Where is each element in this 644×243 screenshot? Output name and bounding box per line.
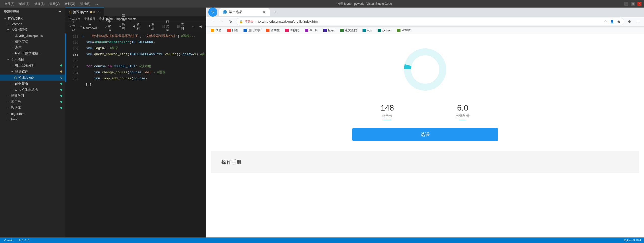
sidebar-item-database[interactable]: › 数据库 bbox=[0, 105, 65, 111]
sidebar-item-vscode[interactable]: › .vscode bbox=[0, 21, 65, 27]
sidebar-item-libraries[interactable]: › 库用法 bbox=[0, 99, 65, 105]
code-line-180[interactable]: xmu.login() #登录 bbox=[86, 46, 206, 51]
code-line-185[interactable]: xmu.loop_add_course(course) bbox=[86, 76, 206, 81]
run-ctrl-prev[interactable]: ◀ bbox=[197, 23, 204, 29]
status-errors[interactable]: ⊘ 0 ⚠ 0 bbox=[17, 237, 30, 243]
pywork-section: ▼ PYWORK › .vscode ▼ 大数据建模 › .ipynb_chec… bbox=[0, 16, 65, 122]
code-line-183[interactable]: for course in COURSE_LIST: #演示用 bbox=[86, 64, 206, 69]
sidebar-item-qiangke-ipynb[interactable]: ⬡ 抢课.ipynb U bbox=[0, 75, 65, 81]
bookmark-star-icon[interactable]: ☆ bbox=[603, 19, 608, 24]
sidebar-item-qiangke-software[interactable]: ▼ 抢课软件 bbox=[0, 68, 65, 75]
bookmark-xmu[interactable]: 厦门大学 bbox=[241, 27, 263, 33]
bookmark-latex[interactable]: latex bbox=[321, 28, 337, 33]
breadcrumb-qiangke-software[interactable]: 抢课软件 bbox=[84, 17, 96, 21]
maximize-button[interactable]: □ bbox=[631, 2, 635, 6]
outline-icon: ☰ bbox=[177, 25, 180, 28]
menu-more[interactable]: ... bbox=[93, 1, 100, 7]
code-line-182[interactable] bbox=[86, 58, 206, 63]
browser-back-button[interactable]: ← bbox=[209, 18, 216, 25]
chevron-right-icon: › bbox=[10, 63, 14, 67]
menu-view[interactable]: 查看(V) bbox=[48, 1, 62, 7]
bookmark-qimiaode[interactable]: 奇妙的 bbox=[283, 27, 302, 33]
browser-tab-student[interactable]: 学生选课 ✕ bbox=[219, 8, 270, 16]
bookmark-sotux[interactable]: 搜图 bbox=[208, 27, 224, 33]
status-branch[interactable]: ⎇ main bbox=[2, 237, 14, 243]
sidebar-item-basic[interactable]: › 基础学习 bbox=[0, 93, 65, 99]
profile-icon[interactable]: 👤 bbox=[610, 19, 615, 24]
cell-run-button[interactable]: ▷ bbox=[80, 34, 85, 39]
browser-controls: ← → ↻ 🔒 不安全 | ☆ 👤 🔌 ⚙ ⋮ bbox=[206, 17, 644, 27]
menu-file[interactable]: 文件(F) bbox=[3, 1, 16, 7]
code-area[interactable]: 178 ▷ '统计学与数据科学业界系列讲座', '文献检索管理与分析'] #课程… bbox=[65, 31, 206, 237]
donut-chart bbox=[400, 44, 450, 96]
bookmark-vpn[interactable]: vpn bbox=[360, 28, 375, 33]
bookmark-japanese[interactable]: 日语 bbox=[225, 27, 240, 33]
add-markdown-button[interactable]: + + Markdown bbox=[78, 22, 99, 31]
lock-icon: 🔒 bbox=[239, 20, 243, 23]
sidebar-more-button[interactable]: ··· bbox=[58, 10, 61, 14]
bookmark-web[interactable]: Web殊 bbox=[394, 27, 413, 33]
address-bar-input[interactable] bbox=[258, 20, 601, 23]
code-line-181[interactable]: xmu.query_course_list(TEACHINGCLASSTYPE.… bbox=[86, 52, 206, 57]
sidebar-item-pixiv[interactable]: › pixiv爬虫 bbox=[0, 81, 65, 87]
sidebar-item-algorithm[interactable]: › algorithm bbox=[0, 111, 65, 116]
sidebar-item-modeling[interactable]: › 建模方法 bbox=[0, 38, 65, 44]
sidebar-item-python-modeling[interactable]: › Python数学建模... bbox=[0, 50, 65, 56]
select-course-button[interactable]: 选课 bbox=[352, 128, 498, 141]
browser-new-tab-button[interactable]: + bbox=[272, 9, 279, 16]
pywork-label: PYWORK bbox=[8, 17, 23, 20]
sidebar-item-final[interactable]: › 期末 bbox=[0, 44, 65, 50]
menu-edit[interactable]: 编辑(E) bbox=[17, 1, 31, 7]
git-branch-icon: ⎇ bbox=[3, 239, 6, 242]
extensions-button[interactable]: ⚙ bbox=[626, 18, 633, 25]
window-controls[interactable]: — □ ✕ bbox=[624, 2, 641, 6]
code-line-184[interactable]: xmu.change_course(course,'del') #退课 bbox=[86, 70, 206, 75]
bookmark-paper[interactable]: 论文查找 bbox=[338, 27, 359, 33]
sidebar-item-front[interactable]: › front bbox=[0, 116, 65, 122]
status-python[interactable]: Python 3.10.4 bbox=[623, 239, 642, 242]
status-dot-green6 bbox=[60, 107, 62, 109]
code-line-178[interactable]: '统计学与数据科学业界系列讲座', '文献检索管理与分析'] #课程... bbox=[86, 34, 206, 39]
tab-bar: ⬡ 抢课.ipynb ● U ✕ bbox=[65, 8, 206, 16]
close-button[interactable]: ✕ bbox=[637, 2, 641, 6]
bookmark-icon-sotux bbox=[211, 29, 214, 32]
plus-icon2: + bbox=[80, 25, 82, 28]
total-credits-value: 148 bbox=[381, 103, 394, 113]
more-button[interactable]: ··· bbox=[190, 24, 196, 29]
bookmark-python[interactable]: python bbox=[375, 28, 394, 33]
bookmark-liuxuesheng[interactable]: 留学生 bbox=[263, 27, 282, 33]
run-ctrl-next[interactable]: ▶ bbox=[204, 23, 206, 29]
sidebar-item-bigdata[interactable]: ▼ 大数据建模 bbox=[0, 27, 65, 33]
sidebar-item-xmu-gym[interactable]: › xmu抢体育场地 bbox=[0, 87, 65, 93]
sidebar-item-ipynb-checkpoints[interactable]: › .ipynb_checkpoints bbox=[0, 33, 65, 38]
code-line-179[interactable]: xmu=XMUCourseEntroller(ID,PASSWORD) bbox=[86, 40, 206, 45]
chevron-right-icon: › bbox=[10, 82, 14, 86]
sidebar-item-personal[interactable]: ▼ 个人项目 bbox=[0, 56, 65, 62]
outline-button[interactable]: ☰ 大纲 bbox=[175, 21, 186, 31]
restart-button[interactable]: ↺ 重启 bbox=[146, 21, 156, 31]
chevron-right-icon: › bbox=[6, 112, 10, 116]
browser-menu-button[interactable]: ⋮ bbox=[634, 18, 641, 25]
browser-tab-close-button[interactable]: ✕ bbox=[262, 10, 266, 14]
bookmark-ai[interactable]: ai工具 bbox=[302, 27, 320, 33]
notebook-file-icon: ⬡ bbox=[14, 76, 17, 80]
tab-qiangke[interactable]: ⬡ 抢课.ipynb ● U ✕ bbox=[65, 8, 104, 16]
browser-toolbar-icons: ⚙ ⋮ bbox=[626, 18, 641, 25]
chevron-right-icon: › bbox=[6, 100, 10, 104]
menu-goto[interactable]: 转到(G) bbox=[63, 1, 77, 7]
menu-bar[interactable]: 文件(F) 编辑(E) 选择(S) 查看(V) 转到(G) 运行(R) ... bbox=[3, 1, 100, 7]
status-dot-green3 bbox=[60, 89, 62, 91]
browser-reload-button[interactable]: ↻ bbox=[227, 18, 234, 25]
menu-select[interactable]: 选择(S) bbox=[32, 1, 47, 7]
minimize-button[interactable]: — bbox=[624, 2, 628, 6]
sidebar-item-chat-analysis[interactable]: › 聊天记录分析 bbox=[0, 62, 65, 68]
tab-favicon bbox=[223, 10, 227, 14]
tab-close-button[interactable]: ✕ bbox=[97, 10, 101, 14]
extension-icon[interactable]: 🔌 bbox=[616, 19, 621, 24]
menu-run[interactable]: 运行(R) bbox=[78, 1, 93, 7]
stat-underline2 bbox=[459, 120, 466, 120]
browser-forward-button[interactable]: → bbox=[218, 18, 225, 25]
pywork-section-header[interactable]: ▼ PYWORK bbox=[0, 16, 65, 21]
chevron-right-icon: › bbox=[10, 33, 14, 38]
convert-button[interactable]: ⊗ 转到 bbox=[131, 21, 142, 31]
